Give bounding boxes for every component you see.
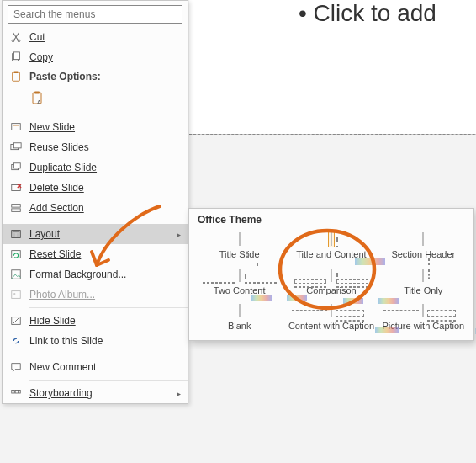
menu-separator [29,307,188,308]
chevron-right-icon: ▸ [177,389,181,398]
menu-search-input[interactable] [12,8,178,21]
svg-rect-22 [12,251,21,258]
menu-copy[interactable]: Copy [3,47,188,67]
layout-option-title-slide[interactable]: Title Slide [194,229,284,263]
menu-photo-album: Photo Album... [3,285,188,305]
menu-separator [29,221,188,221]
copy-icon [3,51,29,63]
menu-cut[interactable]: Cut [3,27,188,47]
svg-rect-21 [16,233,19,237]
menu-hide-slide[interactable]: Hide Slide [3,311,188,331]
menu-reuse-slides-label: Reuse Slides [29,141,181,153]
layout-flyout-title: Office Theme [189,209,473,229]
chevron-right-icon: ▸ [177,230,181,239]
menu-new-slide[interactable]: New Slide [3,117,188,137]
layout-option-two-content[interactable]: Two Content [194,265,284,300]
menu-hide-slide-label: Hide Slide [29,315,181,327]
menu-storyboarding[interactable]: Storyboarding ▸ [3,383,188,403]
svg-rect-29 [19,391,21,394]
menu-separator [29,380,188,381]
menu-separator [29,354,188,354]
layout-label: Section Header [378,249,468,260]
svg-rect-17 [12,209,21,212]
menu-new-comment[interactable]: New Comment [3,357,188,377]
svg-rect-5 [13,71,18,73]
photo-album-icon [3,289,29,301]
menu-duplicate-slide-label: Duplicate Slide [29,162,181,173]
menu-search-box[interactable] [8,5,182,24]
paste-options-row: A [3,86,188,111]
menu-delete-slide[interactable]: Delete Slide [3,178,188,198]
menu-paste-options-label: Paste Options: [3,67,188,86]
svg-rect-16 [12,205,21,208]
delete-slide-icon [3,182,29,194]
menu-duplicate-slide[interactable]: Duplicate Slide [3,157,188,178]
menu-reset-slide-label: Reset Slide [29,248,181,260]
layout-label: Title Only [378,285,468,296]
menu-new-slide-label: New Slide [29,121,181,133]
link-icon [3,335,29,347]
duplicate-slide-icon [3,162,29,173]
layout-icon [3,228,29,240]
svg-rect-24 [12,291,21,299]
layout-option-content-with-caption[interactable]: Content with Caption [286,301,376,335]
menu-storyboarding-label: Storyboarding [29,387,181,399]
menu-layout[interactable]: Layout ▸ [3,224,188,244]
layout-label: Title Slide [194,249,284,260]
format-background-icon [3,269,29,280]
svg-rect-12 [13,143,21,148]
svg-rect-19 [13,232,20,233]
layout-option-section-header[interactable]: Section Header [378,229,468,263]
menu-separator [29,114,188,114]
hide-slide-icon [3,315,29,327]
add-section-icon [3,202,29,214]
svg-text:A: A [37,99,41,105]
menu-add-section[interactable]: Add Section [3,198,188,218]
layout-label: Blank [194,321,284,332]
storyboarding-icon [3,387,29,399]
menu-copy-label: Copy [29,51,181,63]
menu-cut-label: Cut [29,31,181,43]
new-slide-icon [3,121,29,133]
comment-icon [3,361,29,373]
reuse-slides-icon [3,141,29,153]
paste-keep-source-button[interactable]: A [29,89,48,108]
layout-label: Content with Caption [286,321,376,332]
scissors-icon [3,31,29,43]
menu-link-to-slide-label: Link to this Slide [29,335,181,347]
svg-rect-10 [13,125,19,125]
menu-reuse-slides[interactable]: Reuse Slides [3,137,188,157]
svg-rect-7 [34,92,40,94]
svg-rect-4 [13,72,20,82]
layout-option-title-only[interactable]: Title Only [378,265,468,300]
content-placeholder-text[interactable]: Click to add [299,0,436,27]
menu-layout-label: Layout [29,228,181,240]
svg-point-25 [13,293,15,295]
slide-context-menu: Cut Copy Paste Options: A New Slide Reus… [2,0,188,404]
menu-delete-slide-label: Delete Slide [29,182,181,194]
menu-reset-slide[interactable]: Reset Slide [3,244,188,264]
svg-rect-14 [13,163,20,168]
svg-rect-9 [12,124,21,130]
reset-slide-icon [3,248,29,260]
clipboard-icon [3,71,29,82]
layout-option-title-and-content[interactable]: Title and Content [286,229,376,263]
slide-canvas[interactable]: Click to add [189,0,476,135]
layout-option-blank[interactable]: Blank [194,301,284,335]
paste-options-text: Paste Options: [29,71,181,82]
svg-rect-28 [15,391,19,394]
layout-flyout: Office Theme Title Slide Title and Conte… [188,208,474,341]
menu-format-background-label: Format Background... [29,269,181,280]
menu-format-background[interactable]: Format Background... [3,264,188,285]
layout-grid: Title Slide Title and Content Section He… [189,229,473,335]
menu-photo-album-label: Photo Album... [29,289,181,301]
menu-add-section-label: Add Section [29,202,181,214]
svg-rect-20 [13,233,16,237]
svg-rect-27 [12,391,15,394]
svg-rect-3 [13,52,19,60]
menu-link-to-slide[interactable]: Link to this Slide [3,331,188,351]
menu-new-comment-label: New Comment [29,361,181,373]
